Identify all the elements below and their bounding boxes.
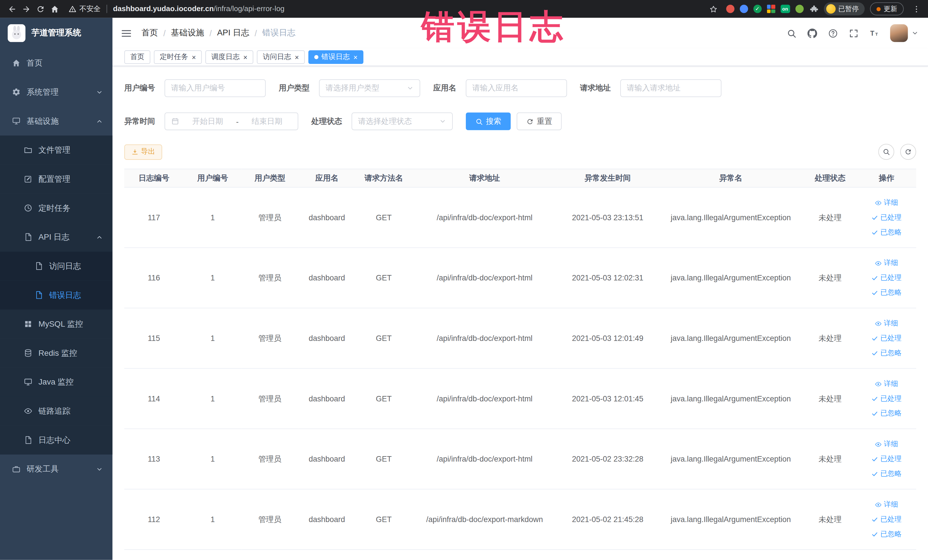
date-separator: - [236,117,238,126]
sidebar-item-file[interactable]: 文件管理 [0,136,112,165]
sidebar-item-home[interactable]: 首页 [0,49,112,78]
user-avatar[interactable] [890,24,908,42]
extension-on-badge[interactable]: on [780,5,790,13]
action-ignored-link[interactable]: 已忽略 [859,406,914,421]
eye-icon [24,406,32,415]
table-row: 1141管理员dashboardGET/api/infra/db-doc/exp… [124,368,916,429]
tab-home[interactable]: 首页 [124,50,150,64]
sidebar-item-error-log[interactable]: 错误日志 [0,281,112,310]
sidebar-item-config[interactable]: 配置管理 [0,165,112,194]
extension-puzzle-icon[interactable] [809,4,818,14]
browser-refresh-button[interactable] [33,2,47,16]
update-label: 更新 [884,5,897,14]
refresh-table-button[interactable] [900,144,916,160]
breadcrumb-item[interactable]: API 日志 [217,28,249,38]
tab-job-log[interactable]: 调度日志× [205,50,253,64]
breadcrumb-item[interactable]: 首页 [142,28,158,38]
action-detail-link[interactable]: 详细 [859,316,914,331]
action-processed-link[interactable]: 已处理 [859,210,914,225]
browser-update-button[interactable]: 更新 [870,2,904,15]
filter-exception-time-label: 异常时间 [124,116,155,127]
table-row: 1131管理员dashboardGET/api/infra/db-doc/exp… [124,429,916,489]
action-processed-link[interactable]: 已处理 [859,270,914,285]
action-label: 详细 [884,437,898,452]
fullscreen-button[interactable] [849,28,859,38]
sidebar-item-api-log[interactable]: API 日志 [0,223,112,252]
user-type-select[interactable]: 请选择用户类型 [319,79,420,97]
github-button[interactable] [807,28,817,38]
action-detail-link[interactable]: 详细 [859,497,914,512]
sidebar-item-infra[interactable]: 基础设施 [0,107,112,136]
search-button[interactable]: 搜索 [466,112,511,130]
sidebar-item-label: 基础设施 [26,116,58,127]
url-host: dashboard.yudao.iocoder.cn [113,5,214,13]
close-icon[interactable]: × [353,53,358,61]
close-icon[interactable]: × [243,53,247,61]
sidebar-item-system[interactable]: 系统管理 [0,78,112,107]
close-icon[interactable]: × [295,53,299,61]
sidebar-item-dev-tools[interactable]: 研发工具 [0,455,112,484]
app-logo[interactable]: 芋道管理系统 [0,18,112,49]
cell-user-type: 管理员 [242,429,298,489]
cell-time: 2021-05-03 12:01:45 [557,368,658,429]
action-ignored-link[interactable]: 已忽略 [859,285,914,300]
tab-error-log[interactable]: 错误日志× [308,50,363,64]
help-button[interactable] [828,28,838,38]
browser-chrome: 不安全 dashboard.yudao.iocoder.cn/infra/log… [0,0,928,18]
tab-access-log[interactable]: 访问日志× [257,50,305,64]
action-ignored-link[interactable]: 已忽略 [859,526,914,542]
breadcrumb-item[interactable]: 基础设施 [171,28,204,38]
sidebar-item-log-center[interactable]: 日志中心 [0,426,112,455]
sidebar-item-mysql[interactable]: MySQL 监控 [0,310,112,339]
filter-user-type: 用户类型 请选择用户类型 [279,79,420,97]
action-ignored-link[interactable]: 已忽略 [859,467,914,481]
date-range-input[interactable]: 开始日期 - 结束日期 [165,112,298,130]
close-icon[interactable]: × [192,53,196,61]
sidebar-item-job[interactable]: 定时任务 [0,194,112,223]
sidebar-item-redis[interactable]: Redis 监控 [0,339,112,368]
extension-leaf-icon[interactable] [795,5,803,13]
address-bar[interactable]: dashboard.yudao.iocoder.cn/infra/log/api… [113,5,284,13]
action-processed-link[interactable]: 已处理 [859,452,914,467]
chevron-up-icon [96,117,103,125]
action-label: 已处理 [881,452,902,467]
extension-red-icon[interactable] [726,5,734,13]
action-ignored-link[interactable]: 已忽略 [859,346,914,360]
action-processed-link[interactable]: 已处理 [859,512,914,527]
cell-id: 112 [124,489,184,550]
toggle-search-button[interactable] [878,144,894,160]
sidebar-toggle-button[interactable] [121,27,132,38]
action-detail-link[interactable]: 详细 [859,195,914,210]
font-size-button[interactable]: TT [870,28,879,38]
sidebar-item-access-log[interactable]: 访问日志 [0,252,112,281]
browser-home-button[interactable] [47,2,62,16]
action-label: 已处理 [881,391,902,406]
tab-job[interactable]: 定时任务× [154,50,202,64]
sidebar-item-java[interactable]: Java 监控 [0,368,112,397]
reset-button[interactable]: 重置 [517,112,562,130]
extension-green-check-icon[interactable]: ✓ [753,5,762,13]
browser-menu-button[interactable] [909,2,923,16]
sidebar-item-trace[interactable]: 链路追踪 [0,397,112,426]
chevron-down-icon[interactable] [911,30,919,37]
extension-blue-icon[interactable] [740,5,748,13]
action-detail-link[interactable]: 详细 [859,437,914,452]
user-id-input[interactable]: 请输入用户编号 [165,79,266,97]
site-security-indicator[interactable]: 不安全 [69,4,101,14]
browser-forward-button[interactable] [19,2,33,16]
process-status-select[interactable]: 请选择处理状态 [351,112,453,130]
extension-grid-icon[interactable] [767,5,775,13]
browser-back-button[interactable] [5,2,19,16]
bookmark-star-icon[interactable] [706,2,720,16]
export-button[interactable]: 导出 [124,144,162,159]
action-processed-link[interactable]: 已处理 [859,331,914,346]
action-processed-link[interactable]: 已处理 [859,391,914,406]
action-ignored-link[interactable]: 已忽略 [859,225,914,240]
profile-paused-chip[interactable]: 已暂停 [824,2,865,15]
request-url-input[interactable]: 请输入请求地址 [620,79,722,97]
search-button[interactable] [786,28,797,38]
action-detail-link[interactable]: 详细 [859,256,914,270]
app-name-input[interactable]: 请输入应用名 [466,79,567,97]
action-detail-link[interactable]: 详细 [859,376,914,391]
sidebar-item-label: MySQL 监控 [38,319,83,329]
